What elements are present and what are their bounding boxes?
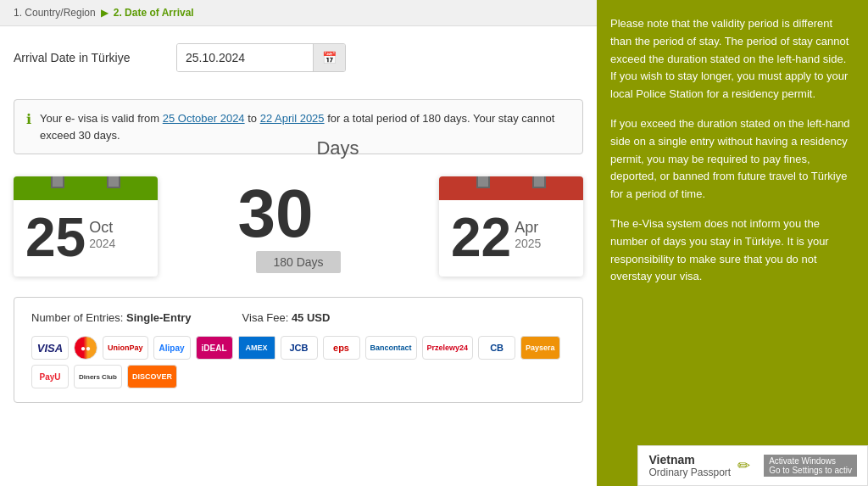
start-calendar-day: 25 — [25, 210, 86, 265]
end-calendar-month: Apr — [515, 219, 541, 237]
info-text-mid: to — [245, 112, 260, 125]
start-calendar-month-year: Oct2024 — [89, 219, 115, 250]
fee-value: 45 USD — [292, 311, 331, 324]
right-panel-p3: The e-Visa system does not inform you th… — [610, 215, 854, 286]
cb-logo: CB — [478, 336, 515, 360]
mastercard-logo: ●● — [74, 336, 97, 360]
date-input-wrap: 📅 — [176, 43, 346, 72]
end-calendar-month-year: Apr2025 — [515, 219, 541, 250]
end-calendar: 22Apr2025 — [439, 176, 583, 277]
calendar-button[interactable]: 📅 — [313, 44, 345, 71]
arrival-label: Arrival Date in Türkiye — [14, 51, 166, 64]
bancontact-logo: Bancontact — [365, 336, 417, 360]
date-to-link[interactable]: 22 April 2025 — [260, 112, 325, 125]
start-calendar-header — [14, 176, 158, 200]
right-panel: Please note that the validity period is … — [597, 0, 868, 486]
entries-label: Number of Entries: — [31, 311, 123, 324]
breadcrumb-step2: 2. Date of Arrival — [114, 7, 194, 19]
country-name: Vietnam — [648, 453, 731, 466]
days-label: Days — [316, 137, 359, 159]
days-number: 30 — [237, 180, 313, 248]
country-badge: Vietnam Ordinary Passport ✏ Activate Win… — [637, 445, 868, 486]
edit-country-icon[interactable]: ✏ — [737, 456, 750, 475]
unionpay-logo: UnionPay — [103, 336, 148, 360]
entries-info: Number of Entries: Single-Entry — [31, 311, 192, 324]
country-info: Vietnam Ordinary Passport — [648, 453, 731, 478]
payment-logos: VISA ●● UnionPay Alipay iDEAL AMEX JCB e… — [31, 336, 565, 388]
breadcrumb: 1. Country/Region ▶ 2. Date of Arrival — [0, 0, 597, 26]
date-from-link[interactable]: 25 October 2024 — [163, 112, 245, 125]
arrival-date-input[interactable] — [177, 44, 313, 71]
calendars-section: 25Oct2024 30 Days 180 Days 22Apr2025 — [0, 168, 597, 290]
days-counter: 30 Days 180 Days — [158, 180, 439, 273]
entries-value: Single-Entry — [126, 311, 192, 324]
arrival-section: Arrival Date in Türkiye 📅 — [0, 26, 597, 99]
payu-logo: PayU — [31, 365, 69, 388]
end-calendar-year: 2025 — [515, 237, 541, 250]
days-period-box: 180 Days — [256, 251, 340, 273]
validity-info-box: ℹ Your e- visa is valid from 25 October … — [14, 99, 583, 154]
ideal-logo: iDEAL — [196, 336, 233, 360]
end-calendar-day: 22 — [451, 210, 511, 265]
eps-logo: eps — [323, 336, 360, 360]
discover-logo: DISCOVER — [127, 365, 177, 388]
ring-left-end — [476, 176, 490, 188]
fee-info: Visa Fee: 45 USD — [242, 311, 331, 324]
end-calendar-rings — [476, 176, 546, 188]
info-icon: ℹ — [26, 111, 31, 127]
fee-label: Visa Fee: — [242, 311, 289, 324]
ring-right — [107, 176, 120, 188]
przelewy-logo: Przelewy24 — [422, 336, 474, 360]
visa-info-section: Number of Entries: Single-Entry Visa Fee… — [14, 297, 583, 403]
arrival-row: Arrival Date in Türkiye 📅 — [14, 43, 583, 72]
ring-left — [51, 176, 64, 188]
alipay-logo: Alipay — [153, 336, 191, 360]
amex-logo: AMEX — [238, 336, 275, 360]
start-calendar-rings — [51, 176, 120, 188]
country-passport: Ordinary Passport — [648, 466, 731, 478]
right-panel-p1: Please note that the validity period is … — [610, 15, 854, 103]
ring-right-end — [532, 176, 546, 188]
breadcrumb-arrow: ▶ — [101, 7, 108, 19]
start-calendar: 25Oct2024 — [14, 176, 158, 277]
info-text-prefix: Your e- visa is valid from — [40, 112, 163, 125]
validity-info-text: Your e- visa is valid from 25 October 20… — [40, 110, 570, 143]
days-top-row: 30 Days — [237, 180, 359, 248]
visa-details-row: Number of Entries: Single-Entry Visa Fee… — [31, 311, 565, 324]
breadcrumb-step1: 1. Country/Region — [14, 7, 96, 19]
windows-activate-text: Activate WindowsGo to Settings to activ — [764, 455, 857, 477]
start-calendar-year: 2024 — [89, 237, 115, 250]
dinersclub-logo: Diners Club — [74, 365, 122, 388]
start-calendar-body: 25Oct2024 — [14, 200, 158, 277]
paysera-logo: Paysera — [520, 336, 560, 360]
right-panel-p2: If you exceed the duration stated on the… — [610, 115, 854, 204]
end-calendar-body: 22Apr2025 — [439, 200, 583, 277]
visa-logo: VISA — [31, 336, 69, 360]
start-calendar-month: Oct — [89, 219, 115, 237]
end-calendar-header — [439, 176, 583, 200]
jcb-logo: JCB — [281, 336, 318, 360]
